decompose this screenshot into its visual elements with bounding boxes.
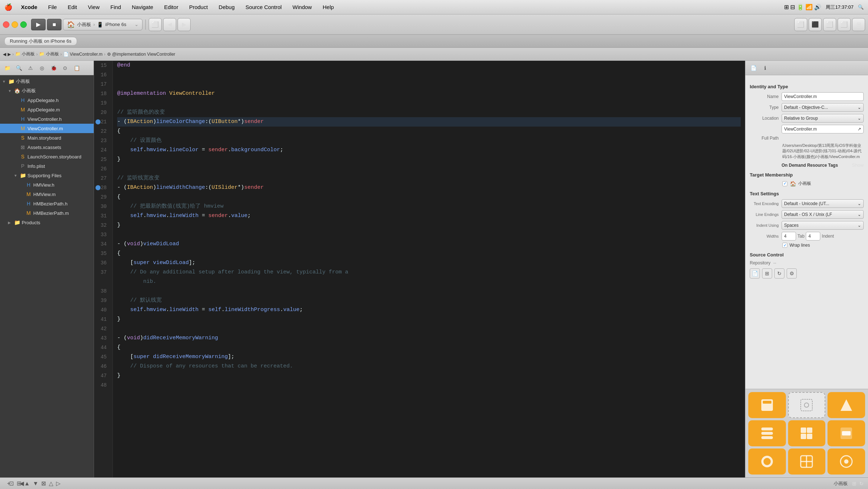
bottom-icons[interactable]: ⊡ ⊞ ▲ ▼ ⊠ △ ▷ bbox=[30, 479, 39, 488]
bottom-icon-6[interactable]: △ bbox=[49, 480, 53, 487]
sidebar-folder-icon[interactable]: 📁 bbox=[2, 63, 12, 73]
code-area[interactable]: 15 16 17 18 19 20 21 22 23 24 25 26 27 2… bbox=[94, 61, 745, 477]
menu-edit[interactable]: Edit bbox=[65, 3, 79, 11]
sidebar-debug-icon[interactable]: 🐞 bbox=[48, 63, 59, 73]
sc-add-button[interactable]: 📄 bbox=[750, 268, 760, 278]
breadcrumb-forward[interactable]: ▶ bbox=[8, 52, 11, 57]
breadcrumb-file[interactable]: 📄 ViewController.m bbox=[63, 52, 103, 57]
breadcrumb-back[interactable]: ◀ bbox=[3, 52, 6, 57]
sidebar-item-supporting-files[interactable]: ▼ 📁 Supporting Files bbox=[0, 171, 94, 180]
stop-button[interactable]: ■ bbox=[47, 19, 61, 30]
filename-value[interactable]: ViewController.m ↗ bbox=[782, 125, 864, 133]
toolbar-navigator-btn[interactable]: ⬜ bbox=[149, 18, 162, 31]
toolbar-layout-btn4[interactable]: ⬜ bbox=[838, 18, 851, 31]
toolbar-layout-btn5[interactable]: ⊞ bbox=[852, 18, 865, 31]
ui-object-1[interactable] bbox=[748, 392, 786, 418]
menu-help[interactable]: Help bbox=[320, 3, 336, 11]
sc-settings-button[interactable]: ⚙ bbox=[787, 268, 797, 278]
sidebar-item-main-storyboard[interactable]: ▶ S Main.storyboard bbox=[0, 133, 94, 143]
breadcrumb-root[interactable]: 📁 小画板 bbox=[15, 51, 35, 57]
sidebar-item-assets[interactable]: ▶ ⊠ Assets.xcassets bbox=[0, 143, 94, 152]
sc-refresh-button[interactable]: ↻ bbox=[774, 268, 784, 278]
toolbar-back-btn[interactable]: ◀ bbox=[163, 18, 176, 31]
sidebar-item-root-folder[interactable]: ▼ 📁 小画板 bbox=[0, 77, 94, 86]
menu-window[interactable]: Window bbox=[290, 3, 314, 11]
sidebar-item-hmbezierpath-m[interactable]: ▶ M HMBezierPath.m bbox=[0, 208, 94, 218]
ui-object-5[interactable] bbox=[788, 420, 826, 446]
maximize-button[interactable] bbox=[20, 21, 27, 28]
sidebar-breakpoint-icon[interactable]: ⊙ bbox=[60, 63, 70, 73]
ui-object-6[interactable] bbox=[827, 420, 865, 446]
apple-logo-icon[interactable]: 🍎 bbox=[4, 3, 12, 11]
sidebar-item-project-folder[interactable]: ▼ 🏠 小画板 bbox=[0, 86, 94, 95]
type-dropdown[interactable]: Default - Objective-C... ⌄ bbox=[782, 103, 864, 112]
reveal-file-icon[interactable]: ↗ bbox=[858, 127, 861, 132]
menu-xcode[interactable]: Xcode bbox=[19, 3, 39, 11]
right-toolbar-file-icon[interactable]: 📄 bbox=[748, 63, 758, 73]
menu-view[interactable]: View bbox=[86, 3, 102, 11]
close-button[interactable] bbox=[3, 21, 9, 28]
indent-width-field[interactable]: 4 bbox=[806, 232, 820, 241]
bottom-right-icons[interactable]: ⊞ ↻ bbox=[852, 481, 864, 486]
target-checkbox[interactable] bbox=[782, 181, 787, 186]
menu-find[interactable]: Find bbox=[108, 3, 123, 11]
bottom-icon-1[interactable]: ⊡ bbox=[9, 480, 14, 487]
sidebar-item-appdelegate-m[interactable]: ▶ M AppDelegate.m bbox=[0, 105, 94, 114]
ui-object-2[interactable] bbox=[788, 392, 826, 418]
sidebar-item-hmview-h[interactable]: ▶ H HMView.h bbox=[0, 180, 94, 190]
sidebar-item-info-plist[interactable]: ▶ P Info.plist bbox=[0, 161, 94, 171]
bottom-icon-7[interactable]: ▷ bbox=[56, 480, 60, 487]
sidebar-item-appdelegate-h[interactable]: ▶ H AppDelegate.h bbox=[0, 95, 94, 105]
menu-file[interactable]: File bbox=[46, 3, 59, 11]
bottom-grid-icon[interactable]: ⊞ bbox=[852, 481, 856, 486]
sidebar-item-hmview-m[interactable]: ▶ M HMView.m bbox=[0, 190, 94, 199]
toolbar-forward-btn[interactable]: ▶ bbox=[178, 18, 191, 31]
sidebar-report-icon[interactable]: 📋 bbox=[72, 63, 82, 73]
menu-debug[interactable]: Debug bbox=[217, 3, 237, 11]
name-value-field[interactable]: ViewController.m bbox=[782, 92, 864, 101]
wrap-lines-checkbox[interactable] bbox=[782, 243, 787, 248]
show-button[interactable]: Show bbox=[852, 162, 864, 168]
scheme-selector[interactable]: 🏠 小画板 › 📱 iPhone 6s ⌄ bbox=[63, 19, 142, 30]
ui-object-3[interactable] bbox=[827, 392, 865, 418]
sidebar-warning-icon[interactable]: ⚠ bbox=[25, 63, 35, 73]
toolbar-layout-btn3[interactable]: ⬜ bbox=[823, 18, 836, 31]
ui-object-4[interactable] bbox=[748, 420, 786, 446]
sidebar-search-icon[interactable]: 🔍 bbox=[14, 63, 24, 73]
sidebar-item-launchscreen-storyboard[interactable]: ▶ S LaunchScreen.storyboard bbox=[0, 152, 94, 161]
menubar-icons[interactable]: ⊞ ⊟ 🔋 📶 🔊 bbox=[784, 4, 822, 10]
run-button[interactable]: ▶ bbox=[31, 19, 46, 30]
ui-object-8[interactable] bbox=[788, 448, 826, 475]
ui-object-7[interactable] bbox=[748, 448, 786, 475]
menu-navigate[interactable]: Navigate bbox=[129, 3, 155, 11]
sidebar-test-icon[interactable]: ◎ bbox=[37, 63, 47, 73]
line-endings-dropdown[interactable]: Default - OS X / Unix (LF ⌄ bbox=[782, 210, 864, 219]
sidebar-item-hmbezierpath-h[interactable]: ▶ H HMBezierPath.h bbox=[0, 199, 94, 208]
sidebar-item-viewcontroller-h[interactable]: ▶ H ViewController.h bbox=[0, 114, 94, 124]
code-content[interactable]: @end @implementation ViewController // 监… bbox=[113, 61, 745, 477]
menu-product[interactable]: Product bbox=[187, 3, 210, 11]
sc-diff-button[interactable]: ⊞ bbox=[762, 268, 772, 278]
ui-object-9[interactable] bbox=[827, 448, 865, 475]
menu-editor[interactable]: Editor bbox=[162, 3, 180, 11]
menubar-search-icon[interactable]: 🔍 bbox=[858, 4, 864, 10]
bottom-icon-3[interactable]: ▲ bbox=[24, 480, 30, 487]
right-toolbar-info-icon[interactable]: ℹ bbox=[760, 63, 770, 73]
bottom-icon-2[interactable]: ⊞ bbox=[17, 480, 21, 487]
indent-dropdown[interactable]: Spaces ⌄ bbox=[782, 221, 864, 230]
minimize-button[interactable] bbox=[12, 21, 18, 28]
location-dropdown[interactable]: Relative to Group ⌄ bbox=[782, 114, 864, 123]
bottom-refresh-icon[interactable]: ↻ bbox=[859, 481, 864, 486]
tab-width-field[interactable]: 4 bbox=[782, 232, 796, 241]
bottom-icon-5[interactable]: ⊠ bbox=[41, 480, 46, 487]
sidebar-item-viewcontroller-m[interactable]: ▶ M ViewController.m bbox=[0, 124, 94, 133]
breadcrumb-project[interactable]: 📁 小画板 bbox=[39, 51, 59, 57]
code-editor[interactable]: 15 16 17 18 19 20 21 22 23 24 25 26 27 2… bbox=[94, 61, 745, 477]
bottom-icon-4[interactable]: ▼ bbox=[33, 480, 39, 487]
breadcrumb-symbol[interactable]: ⚙ @implementation ViewController bbox=[107, 52, 175, 57]
encoding-dropdown[interactable]: Default - Unicode (UT... ⌄ bbox=[782, 199, 864, 208]
menu-source-control[interactable]: Source Control bbox=[243, 3, 284, 11]
toolbar-layout-btn2[interactable]: ⬛ bbox=[809, 18, 822, 31]
sidebar-item-products[interactable]: ▶ 📁 Products bbox=[0, 218, 94, 227]
toolbar-layout-btn1[interactable]: ⬜ bbox=[794, 18, 807, 31]
